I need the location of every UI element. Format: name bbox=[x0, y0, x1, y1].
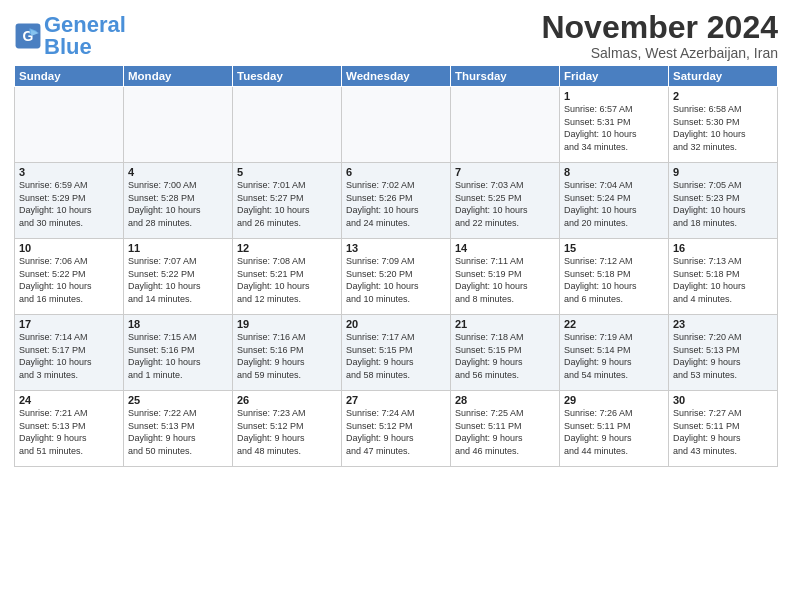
table-row: 20Sunrise: 7:17 AMSunset: 5:15 PMDayligh… bbox=[342, 315, 451, 391]
day-number: 22 bbox=[564, 318, 664, 330]
title-block: November 2024 Salmas, West Azerbaijan, I… bbox=[541, 10, 778, 61]
day-info: Sunrise: 7:15 AMSunset: 5:16 PMDaylight:… bbox=[128, 331, 228, 381]
day-info: Sunrise: 7:27 AMSunset: 5:11 PMDaylight:… bbox=[673, 407, 773, 457]
day-info: Sunrise: 7:19 AMSunset: 5:14 PMDaylight:… bbox=[564, 331, 664, 381]
day-number: 24 bbox=[19, 394, 119, 406]
day-info: Sunrise: 6:57 AMSunset: 5:31 PMDaylight:… bbox=[564, 103, 664, 153]
day-number: 9 bbox=[673, 166, 773, 178]
table-row: 29Sunrise: 7:26 AMSunset: 5:11 PMDayligh… bbox=[560, 391, 669, 467]
header-friday: Friday bbox=[560, 66, 669, 87]
table-row bbox=[451, 87, 560, 163]
calendar-week-row: 1Sunrise: 6:57 AMSunset: 5:31 PMDaylight… bbox=[15, 87, 778, 163]
day-number: 25 bbox=[128, 394, 228, 406]
day-number: 6 bbox=[346, 166, 446, 178]
day-number: 28 bbox=[455, 394, 555, 406]
calendar-week-row: 10Sunrise: 7:06 AMSunset: 5:22 PMDayligh… bbox=[15, 239, 778, 315]
table-row: 13Sunrise: 7:09 AMSunset: 5:20 PMDayligh… bbox=[342, 239, 451, 315]
day-number: 19 bbox=[237, 318, 337, 330]
table-row: 16Sunrise: 7:13 AMSunset: 5:18 PMDayligh… bbox=[669, 239, 778, 315]
day-info: Sunrise: 7:16 AMSunset: 5:16 PMDaylight:… bbox=[237, 331, 337, 381]
day-info: Sunrise: 7:13 AMSunset: 5:18 PMDaylight:… bbox=[673, 255, 773, 305]
table-row bbox=[15, 87, 124, 163]
header-thursday: Thursday bbox=[451, 66, 560, 87]
calendar-week-row: 3Sunrise: 6:59 AMSunset: 5:29 PMDaylight… bbox=[15, 163, 778, 239]
header-wednesday: Wednesday bbox=[342, 66, 451, 87]
table-row: 19Sunrise: 7:16 AMSunset: 5:16 PMDayligh… bbox=[233, 315, 342, 391]
day-info: Sunrise: 7:02 AMSunset: 5:26 PMDaylight:… bbox=[346, 179, 446, 229]
day-number: 10 bbox=[19, 242, 119, 254]
logo-blue: Blue bbox=[44, 34, 92, 59]
day-info: Sunrise: 7:25 AMSunset: 5:11 PMDaylight:… bbox=[455, 407, 555, 457]
table-row: 15Sunrise: 7:12 AMSunset: 5:18 PMDayligh… bbox=[560, 239, 669, 315]
day-info: Sunrise: 7:06 AMSunset: 5:22 PMDaylight:… bbox=[19, 255, 119, 305]
day-number: 20 bbox=[346, 318, 446, 330]
day-number: 13 bbox=[346, 242, 446, 254]
day-number: 5 bbox=[237, 166, 337, 178]
day-number: 27 bbox=[346, 394, 446, 406]
day-info: Sunrise: 7:01 AMSunset: 5:27 PMDaylight:… bbox=[237, 179, 337, 229]
table-row: 30Sunrise: 7:27 AMSunset: 5:11 PMDayligh… bbox=[669, 391, 778, 467]
day-info: Sunrise: 7:22 AMSunset: 5:13 PMDaylight:… bbox=[128, 407, 228, 457]
day-number: 21 bbox=[455, 318, 555, 330]
day-number: 15 bbox=[564, 242, 664, 254]
table-row: 28Sunrise: 7:25 AMSunset: 5:11 PMDayligh… bbox=[451, 391, 560, 467]
table-row: 21Sunrise: 7:18 AMSunset: 5:15 PMDayligh… bbox=[451, 315, 560, 391]
day-number: 30 bbox=[673, 394, 773, 406]
location-subtitle: Salmas, West Azerbaijan, Iran bbox=[541, 45, 778, 61]
table-row: 24Sunrise: 7:21 AMSunset: 5:13 PMDayligh… bbox=[15, 391, 124, 467]
table-row: 4Sunrise: 7:00 AMSunset: 5:28 PMDaylight… bbox=[124, 163, 233, 239]
day-info: Sunrise: 7:26 AMSunset: 5:11 PMDaylight:… bbox=[564, 407, 664, 457]
day-number: 18 bbox=[128, 318, 228, 330]
table-row bbox=[233, 87, 342, 163]
header-monday: Monday bbox=[124, 66, 233, 87]
day-info: Sunrise: 7:23 AMSunset: 5:12 PMDaylight:… bbox=[237, 407, 337, 457]
day-info: Sunrise: 6:59 AMSunset: 5:29 PMDaylight:… bbox=[19, 179, 119, 229]
table-row: 12Sunrise: 7:08 AMSunset: 5:21 PMDayligh… bbox=[233, 239, 342, 315]
day-number: 14 bbox=[455, 242, 555, 254]
day-number: 7 bbox=[455, 166, 555, 178]
day-info: Sunrise: 7:03 AMSunset: 5:25 PMDaylight:… bbox=[455, 179, 555, 229]
day-number: 8 bbox=[564, 166, 664, 178]
table-row: 2Sunrise: 6:58 AMSunset: 5:30 PMDaylight… bbox=[669, 87, 778, 163]
day-info: Sunrise: 7:09 AMSunset: 5:20 PMDaylight:… bbox=[346, 255, 446, 305]
table-row: 14Sunrise: 7:11 AMSunset: 5:19 PMDayligh… bbox=[451, 239, 560, 315]
table-row: 9Sunrise: 7:05 AMSunset: 5:23 PMDaylight… bbox=[669, 163, 778, 239]
table-row: 27Sunrise: 7:24 AMSunset: 5:12 PMDayligh… bbox=[342, 391, 451, 467]
month-title: November 2024 bbox=[541, 10, 778, 45]
day-number: 29 bbox=[564, 394, 664, 406]
day-info: Sunrise: 7:24 AMSunset: 5:12 PMDaylight:… bbox=[346, 407, 446, 457]
table-row: 26Sunrise: 7:23 AMSunset: 5:12 PMDayligh… bbox=[233, 391, 342, 467]
day-info: Sunrise: 7:00 AMSunset: 5:28 PMDaylight:… bbox=[128, 179, 228, 229]
table-row: 11Sunrise: 7:07 AMSunset: 5:22 PMDayligh… bbox=[124, 239, 233, 315]
header-saturday: Saturday bbox=[669, 66, 778, 87]
table-row bbox=[124, 87, 233, 163]
day-info: Sunrise: 6:58 AMSunset: 5:30 PMDaylight:… bbox=[673, 103, 773, 153]
day-info: Sunrise: 7:11 AMSunset: 5:19 PMDaylight:… bbox=[455, 255, 555, 305]
header-sunday: Sunday bbox=[15, 66, 124, 87]
day-number: 4 bbox=[128, 166, 228, 178]
table-row: 25Sunrise: 7:22 AMSunset: 5:13 PMDayligh… bbox=[124, 391, 233, 467]
day-info: Sunrise: 7:20 AMSunset: 5:13 PMDaylight:… bbox=[673, 331, 773, 381]
day-info: Sunrise: 7:21 AMSunset: 5:13 PMDaylight:… bbox=[19, 407, 119, 457]
table-row: 22Sunrise: 7:19 AMSunset: 5:14 PMDayligh… bbox=[560, 315, 669, 391]
day-number: 11 bbox=[128, 242, 228, 254]
day-number: 3 bbox=[19, 166, 119, 178]
logo-icon: G bbox=[14, 22, 42, 50]
day-info: Sunrise: 7:17 AMSunset: 5:15 PMDaylight:… bbox=[346, 331, 446, 381]
calendar-week-row: 24Sunrise: 7:21 AMSunset: 5:13 PMDayligh… bbox=[15, 391, 778, 467]
table-row: 23Sunrise: 7:20 AMSunset: 5:13 PMDayligh… bbox=[669, 315, 778, 391]
table-row bbox=[342, 87, 451, 163]
weekday-header-row: Sunday Monday Tuesday Wednesday Thursday… bbox=[15, 66, 778, 87]
day-number: 23 bbox=[673, 318, 773, 330]
day-info: Sunrise: 7:08 AMSunset: 5:21 PMDaylight:… bbox=[237, 255, 337, 305]
day-number: 12 bbox=[237, 242, 337, 254]
header-tuesday: Tuesday bbox=[233, 66, 342, 87]
day-info: Sunrise: 7:14 AMSunset: 5:17 PMDaylight:… bbox=[19, 331, 119, 381]
day-info: Sunrise: 7:05 AMSunset: 5:23 PMDaylight:… bbox=[673, 179, 773, 229]
table-row: 8Sunrise: 7:04 AMSunset: 5:24 PMDaylight… bbox=[560, 163, 669, 239]
table-row: 1Sunrise: 6:57 AMSunset: 5:31 PMDaylight… bbox=[560, 87, 669, 163]
day-info: Sunrise: 7:07 AMSunset: 5:22 PMDaylight:… bbox=[128, 255, 228, 305]
logo: G General Blue bbox=[14, 14, 126, 58]
day-number: 26 bbox=[237, 394, 337, 406]
header: G General Blue November 2024 Salmas, Wes… bbox=[14, 10, 778, 61]
